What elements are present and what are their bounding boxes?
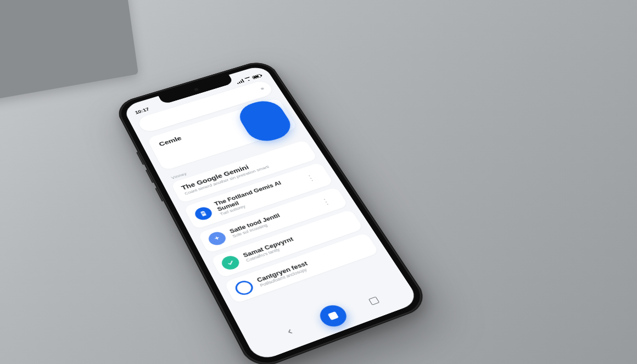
list-item[interactable]: Samat Cepvyrnt Cosnafru's tantty xyxy=(211,209,364,278)
desk-box xyxy=(0,0,138,100)
fab-button[interactable] xyxy=(316,302,351,330)
nav-bar xyxy=(244,278,417,357)
recents-button[interactable] xyxy=(368,296,379,305)
wifi-icon xyxy=(244,77,252,82)
list-item-subtitle: Cosnafru's tantty xyxy=(245,224,348,262)
list-item-subtitle: Potilsofoamt anclosopy xyxy=(259,248,364,288)
svg-rect-0 xyxy=(202,212,204,214)
list-item-title: Samat Cepvyrnt xyxy=(242,219,346,259)
more-icon[interactable]: ⋮ xyxy=(320,197,333,206)
document-icon xyxy=(193,205,215,222)
signal-icon xyxy=(236,79,244,84)
battery-icon xyxy=(252,74,261,79)
circle-icon xyxy=(233,279,256,298)
screen: 10:17 Cemle Vinney The Google Gemini xyxy=(122,64,421,362)
more-icon[interactable]: ⋮ xyxy=(304,173,317,183)
status-time: 10:17 xyxy=(134,107,150,115)
mic-icon[interactable] xyxy=(260,87,264,90)
stop-icon xyxy=(328,311,339,320)
list-item-title: Satle tood Jentil xyxy=(228,201,316,235)
sparkle-icon xyxy=(206,230,228,247)
list-item-subtitle: Sole sul ircousing xyxy=(232,206,318,239)
svg-rect-1 xyxy=(202,213,205,214)
list-item[interactable]: Cantgryen fesst Potilsofoamt anclosopy xyxy=(224,233,379,304)
check-icon xyxy=(219,254,242,272)
back-button[interactable] xyxy=(282,325,298,338)
phone-frame: 10:17 Cemle Vinney The Google Gemini xyxy=(113,58,432,364)
list-item-title: Cantgryen fesst xyxy=(256,242,361,284)
